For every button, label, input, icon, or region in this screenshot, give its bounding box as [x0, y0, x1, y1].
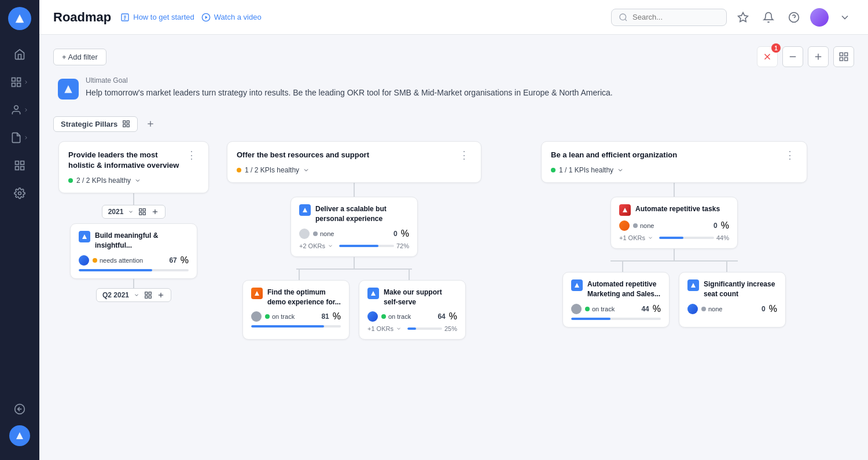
- status-dot-3c2: [701, 307, 706, 311]
- get-started-link[interactable]: How to get started: [120, 13, 194, 22]
- status-dot-3c1: [585, 307, 590, 311]
- goal-content: Ultimate Goal Help tomorrow's market lea…: [86, 76, 613, 99]
- user-avatar[interactable]: [810, 8, 829, 27]
- pillar-1-menu[interactable]: ⋮: [184, 150, 199, 160]
- sidebar-item-settings[interactable]: [0, 181, 39, 206]
- child-3-1-avatar: [571, 304, 582, 314]
- goal-card-2-child-2: Make our support self-serve on track 64%: [359, 280, 466, 340]
- sidebar-item-docs[interactable]: [0, 125, 39, 150]
- status-badge-2c2: on track: [381, 313, 411, 320]
- status-badge-3c1: on track: [585, 306, 615, 312]
- q2-chevron: [134, 292, 139, 298]
- expand-chevron-2: [328, 243, 333, 249]
- child-2-1-title: Find the optimum demo experience for...: [267, 288, 341, 307]
- pct-sign-2c2: %: [449, 311, 457, 322]
- add-filter-button[interactable]: + Add filter: [53, 49, 106, 65]
- okr-expand-3[interactable]: +1 OKRs 44%: [619, 234, 729, 241]
- pillar-2-kpi-label: 1 / 2 KPIs healthy: [245, 166, 299, 174]
- zoom-in-button[interactable]: [808, 46, 829, 67]
- okr-expand-label-2: +2 OKRs: [299, 242, 325, 249]
- svg-point-4: [14, 106, 19, 110]
- v-conn-3b: [674, 249, 675, 260]
- svg-rect-37: [144, 213, 146, 215]
- layout-button[interactable]: [833, 46, 854, 67]
- sidebar-item-home[interactable]: [0, 42, 39, 67]
- svg-rect-8: [21, 167, 24, 170]
- svg-rect-7: [16, 167, 19, 170]
- pillar-card-1: Provide leaders the most holistic & info…: [58, 141, 209, 193]
- progress-bar-wrap-3c1: [571, 318, 661, 320]
- pillar-3-kpis[interactable]: 1 / 1 KPIs healthy: [551, 166, 797, 174]
- okr-expand-2c2[interactable]: +1 OKRs 25%: [367, 325, 457, 332]
- goal-card-3-title: Automate repetitive tasks: [635, 204, 720, 214]
- goal-icon-2c2: [367, 288, 379, 299]
- add-filter-label: + Add filter: [62, 53, 98, 61]
- status-badge-1: needs attention: [93, 257, 143, 264]
- svg-marker-16: [738, 12, 748, 21]
- watch-video-link[interactable]: Watch a video: [201, 13, 262, 22]
- pillar-2-title: Offer the best resources and support: [237, 150, 457, 160]
- bell-button[interactable]: [759, 8, 778, 27]
- v-connector-1: [133, 193, 134, 205]
- align-small-icon: [81, 233, 88, 240]
- q2-add[interactable]: [157, 291, 165, 299]
- progress-bar-wrap-3c2: [687, 318, 777, 320]
- goal-icon-2c1: [251, 288, 263, 299]
- expand-chevron-3: [648, 235, 653, 241]
- strategic-pillars-title[interactable]: Strategic Pillars: [53, 116, 138, 132]
- pillar-2-kpis[interactable]: 1 / 2 KPIs healthy: [237, 166, 472, 174]
- add-pillar-button[interactable]: [142, 116, 159, 132]
- goal-card-icon-2: [299, 204, 311, 216]
- okr-pct-3: 44%: [716, 234, 729, 241]
- period-add[interactable]: [151, 208, 159, 216]
- svg-rect-31: [127, 124, 129, 127]
- svg-rect-27: [845, 58, 848, 61]
- main-content: Roadmap How to get started Watch a video: [39, 0, 868, 460]
- filter-active-button[interactable]: 1: [757, 46, 778, 67]
- align-icon-2c2: [370, 290, 377, 297]
- search-input[interactable]: [632, 13, 713, 21]
- svg-rect-34: [139, 209, 142, 211]
- pct-sign-2: %: [401, 229, 409, 239]
- filter-icon: [762, 51, 773, 62]
- pillar-3-menu[interactable]: ⋮: [782, 150, 797, 160]
- help-button[interactable]: [785, 8, 803, 27]
- pillar-1-kpis[interactable]: 2 / 2 KPIs healthy: [68, 176, 199, 185]
- pct-sign-3: %: [721, 220, 729, 231]
- goal-card-3-child-2: Significantly increase seat count none 0…: [679, 272, 786, 327]
- search-bar[interactable]: [611, 9, 727, 26]
- sidebar-item-reports[interactable]: [0, 153, 39, 178]
- goal-icon: [58, 79, 79, 100]
- plus-icon: [813, 51, 823, 62]
- expand-chevron-2c2: [396, 326, 402, 332]
- watch-video-label: Watch a video: [214, 13, 262, 21]
- sidebar-logo[interactable]: [8, 7, 31, 30]
- sidebar-logo-bottom[interactable]: [9, 425, 30, 446]
- sidebar-item-grid[interactable]: [0, 69, 39, 95]
- period-q2-2021[interactable]: Q2 2021: [96, 288, 171, 302]
- page-title: Roadmap: [53, 10, 111, 25]
- period-2021[interactable]: 2021: [102, 205, 166, 219]
- pillar-2-menu[interactable]: ⋮: [457, 150, 472, 160]
- progress-bar-wrap-1: [79, 269, 189, 271]
- pillar-1-title: Provide leaders the most holistic & info…: [68, 150, 184, 171]
- status-dot-2c2: [381, 314, 386, 319]
- star-button[interactable]: [734, 8, 752, 27]
- sidebar-nav: [0, 42, 39, 398]
- v-connector-3: [674, 183, 675, 197]
- zoom-out-button[interactable]: [782, 46, 803, 67]
- okr-expand-2[interactable]: +2 OKRs 72%: [299, 242, 409, 249]
- goal-label: Ultimate Goal: [86, 76, 613, 84]
- status-dot-3: [633, 223, 638, 228]
- svg-rect-30: [123, 124, 126, 127]
- svg-point-15: [620, 14, 626, 20]
- pillar-3-kpi-label: 1 / 1 KPIs healthy: [559, 166, 613, 174]
- progress-pct-3: 0: [713, 222, 718, 230]
- goal-card-3-child-1: Automated repetitive Marketing and Sales…: [562, 272, 670, 327]
- sidebar-item-expand[interactable]: [8, 398, 31, 421]
- align-small-icon-2: [301, 207, 308, 214]
- progress-bar-wrap-2c1: [251, 325, 341, 327]
- user-chevron[interactable]: [836, 8, 854, 27]
- sidebar-item-users[interactable]: [0, 97, 39, 123]
- progress-bar-2c1: [251, 325, 324, 327]
